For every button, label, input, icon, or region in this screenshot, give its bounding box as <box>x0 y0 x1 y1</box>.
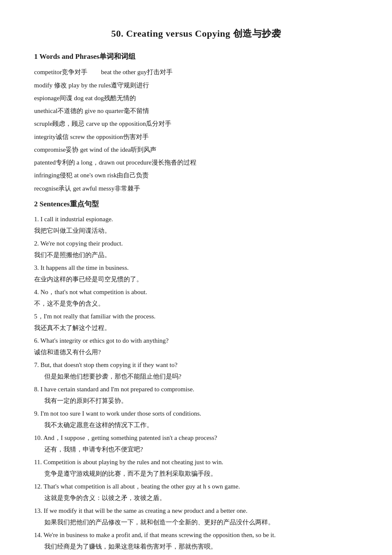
page-title: 50. Creating versus Copying 创造与抄袭 <box>34 26 358 41</box>
sentence-item: 14. We're in business to make a profit a… <box>34 530 358 552</box>
sentence-en: 14. We're in business to make a profit a… <box>34 530 358 541</box>
sentence-item: 8. I have certain standard and I'm not p… <box>34 384 358 407</box>
vocab-row: infringing侵犯 at one's own risk由自己负责 <box>34 170 358 181</box>
vocab-item: competitor竞争对手 <box>34 66 87 78</box>
vocab-row: integrity诚信 screw the opposition伤害对手 <box>34 131 358 142</box>
vocab-row: compromise妥协 get wind of the idea听到风声 <box>34 144 358 155</box>
vocab-row: patented专利的 a long，drawn out procedure漫长… <box>34 157 358 168</box>
sentence-item: 5，I'm not really that familiar with the … <box>34 311 358 334</box>
sentence-zh: 我把它叫做工业间谍活动。 <box>34 225 358 237</box>
sentence-en: 3. It happens all the time in business. <box>34 263 358 274</box>
vocab-row: espionage间谍 dog eat dog残酷无情的 <box>34 92 358 104</box>
sentence-zh: 竞争是遵守游戏规则的比赛，而不是为了胜利采取欺骗手段。 <box>34 468 358 480</box>
sentence-zh: 我们经商是为了赚钱，如果这意味着伤害对手，那就伤害呗。 <box>34 541 358 552</box>
sentence-item: 11. Competition is about playing by the … <box>34 457 358 480</box>
vocab-item: espionage间谍 dog eat dog残酷无情的 <box>34 92 136 104</box>
sentence-en: 2. We're not copying their product. <box>34 238 358 249</box>
sentence-zh: 我还真不太了解这个过程。 <box>34 323 358 334</box>
sentence-zh: 诚信和道德又有什么用? <box>34 347 358 358</box>
sentence-zh: 如果我们把他们的产品修改一下，就和创造一个全新的、更好的产品没什么两样。 <box>34 517 358 528</box>
vocab-item: beat the other guy打击对手 <box>101 66 173 78</box>
vocab-item: patented专利的 a long，drawn out procedure漫长… <box>34 157 196 168</box>
sentence-en: 8. I have certain standard and I'm not p… <box>34 384 358 395</box>
vocab-row: recognise承认 get awful messy非常棘手 <box>34 183 358 194</box>
sentence-item: 12. That's what competition is all about… <box>34 481 358 504</box>
sentence-item: 1. I call it industrial espionage.我把它叫做工… <box>34 214 358 237</box>
sentence-zh: 在业内这样的事已经是司空见惯的了。 <box>34 274 358 285</box>
sentence-en: 12. That's what competition is all about… <box>34 481 358 492</box>
vocab-row: competitor竞争对手beat the other guy打击对手 <box>34 66 358 78</box>
section2-heading: 2 Sentences重点句型 <box>34 198 358 211</box>
vocab-item: integrity诚信 screw the opposition伤害对手 <box>34 131 149 142</box>
sentence-item: 10. And，I suppose，getting something pate… <box>34 433 358 455</box>
sentence-zh: 我不太确定愿意在这样的情况下工作。 <box>34 420 358 431</box>
sentence-item: 6. What's integrity or ethics got to do … <box>34 335 358 358</box>
vocab-row: unethical不道德的 give no quarter毫不留情 <box>34 105 358 116</box>
sentence-item: 3. It happens all the time in business.在… <box>34 263 358 285</box>
sentences-section: 1. I call it industrial espionage.我把它叫做工… <box>34 214 358 555</box>
sentence-en: 1. I call it industrial espionage. <box>34 214 358 225</box>
sentence-item: 9. I'm not too sure I want to work under… <box>34 408 358 431</box>
sentence-en: 9. I'm not too sure I want to work under… <box>34 408 358 419</box>
vocab-item: modify 修改 play by the rules遵守规则进行 <box>34 80 149 91</box>
vocab-section: competitor竞争对手beat the other guy打击对手modi… <box>34 66 358 194</box>
sentence-item: 7. But, that doesn't stop them copying i… <box>34 360 358 382</box>
sentence-zh: 不，这不是竞争的含义。 <box>34 298 358 309</box>
sentence-en: 7. But, that doesn't stop them copying i… <box>34 360 358 371</box>
sentence-en: 6. What's integrity or ethics got to do … <box>34 335 358 347</box>
sentence-en: 13. If we modify it that will be the sam… <box>34 506 358 517</box>
sentence-en: 11. Competition is about playing by the … <box>34 457 358 468</box>
sentence-item: 2. We're not copying their product.我们不是照… <box>34 238 358 261</box>
sentence-en: 4. No，that's not what competition is abo… <box>34 287 358 298</box>
sentence-zh: 还有，我猜，申请专利也不便宜吧? <box>34 444 358 455</box>
sentence-zh: 我有一定的原则不打算妥协。 <box>34 396 358 407</box>
vocab-row: scruple顾虑，顾忌 carve up the opposition瓜分对手 <box>34 118 358 129</box>
vocab-item: compromise妥协 get wind of the idea听到风声 <box>34 144 156 155</box>
vocab-row: modify 修改 play by the rules遵守规则进行 <box>34 80 358 91</box>
vocab-item: infringing侵犯 at one's own risk由自己负责 <box>34 170 149 181</box>
sentence-item: 13. If we modify it that will be the sam… <box>34 506 358 528</box>
sentence-zh: 但是如果他们想要抄袭，那也不能阻止他们是吗? <box>34 371 358 382</box>
sentence-item: 4. No，that's not what competition is abo… <box>34 287 358 309</box>
vocab-item: recognise承认 get awful messy非常棘手 <box>34 183 140 194</box>
section1-heading: 1 Words and Phrases单词和词组 <box>34 51 358 63</box>
sentence-zh: 我们不是照搬他们的产品。 <box>34 250 358 261</box>
vocab-item: unethical不道德的 give no quarter毫不留情 <box>34 105 149 116</box>
sentence-en: 5，I'm not really that familiar with the … <box>34 311 358 322</box>
vocab-item: scruple顾虑，顾忌 carve up the opposition瓜分对手 <box>34 118 171 129</box>
sentence-en: 10. And，I suppose，getting something pate… <box>34 433 358 444</box>
sentence-zh: 这就是竞争的含义：以彼之矛，攻彼之盾。 <box>34 493 358 504</box>
